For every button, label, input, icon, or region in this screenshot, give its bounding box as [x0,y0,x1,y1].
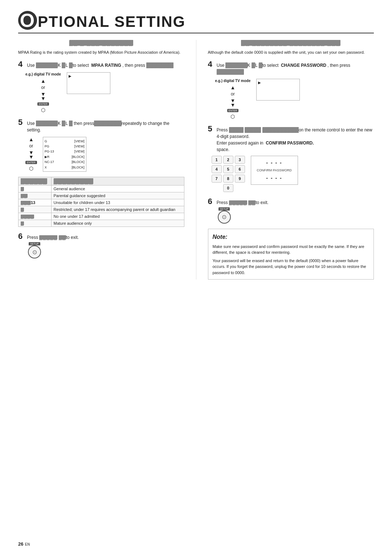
right-step4-diagram: e.g.) digital TV mode ▲ or ▼ ▼ ENTER ⬡ ▶ [215,79,374,119]
table-row: ▓ Restricted; under 17 requires accompan… [19,206,184,213]
screen-right4: ▶ [256,79,300,101]
step5-right-num: 5 [208,125,212,133]
table-header-description: ▓▓▓▓▓▓▓▓▓ [51,177,184,186]
step6-left-text: Press ▓▓▓▓▓ ▓▓to exit. [27,235,79,240]
step4-left-text: Use ▓▓▓▓▓▓K ▓L ▓to select MPAA RATING , … [27,62,173,69]
desc-pg: Parental guidance suggested [51,192,184,199]
setup-circle-left: ⊙ [28,245,41,258]
enter-circle-left4: ⬡ [41,107,45,113]
key-5: 5 [223,165,233,173]
arrow-down2-right4: ▼ [230,102,235,107]
left-section-header: ▓▓ ▓ ▓▓▓ ▓▓▓▓▓▓▓ [18,40,184,46]
left-column: ▓▓ ▓ ▓▓▓ ▓▓▓▓▓▓▓ MPAA Rating is the rati… [18,40,184,280]
confirm-password-label: CONFIRM PASSWORD [257,168,291,172]
table-row: ▓ Mature audience only [19,220,184,227]
left-nav-arrows: e.g.) digital TV mode ▲ or ▼ ▼ ENTER ⬡ [25,72,61,113]
desc-x: Mature audience only [51,220,184,227]
left-step6: 6 Press ▓▓▓▓▓ ▓▓to exit. SETUP ⊙ [18,232,184,258]
left-intro: MPAA Rating is the rating system created… [18,49,184,56]
table-row: ▓▓ Parental guidance suggested [19,192,184,199]
right-section-header: ▓▓ ▓▓▓▓▓▓▓▓ ▓▓▓▓▓▓▓▓ ▓▓▓ [208,40,374,46]
desc-nc17: No one under 17 admitted [51,213,184,220]
or-left4: or [41,85,45,90]
step4-right-text: Use ▓▓▓▓▓▓K ▓L ▓to select CHANGE PASSWOR… [217,62,374,75]
key-4: 4 [212,165,222,173]
table-header-rating: ▓▓▓▓▓▓ [19,177,52,186]
confirm-display: - - - - CONFIRM PASSWORD - - - - [251,156,298,185]
step5-left-text: Use ▓▓▓▓▓▓K ▓L ▓ then press▓▓▓ ▓▓▓▓repea… [27,120,184,133]
desc-g: General audience [51,186,184,192]
key-7: 7 [212,175,222,183]
key-9: 9 [235,175,245,183]
step4-left-num: 4 [18,60,23,69]
note-line-1: Make sure new password and confirm passw… [213,244,369,256]
arrow-up-right4: ▲ [230,85,235,90]
enter-circle-left5: ⬡ [29,166,33,171]
diagram-label-right4: e.g.) digital TV mode [215,79,251,83]
password-dashes-top: - - - - [266,160,282,166]
rating-nc17: ▓▓▓▓ [19,213,52,220]
right-nav-arrows4: e.g.) digital TV mode ▲ or ▼ ▼ ENTER ⬡ [215,79,251,119]
table-row: ▓▓▓13 Unsuitable for children under 13 [19,199,184,206]
left-nav-arrows5: ▲ or ▼ ▼ ENTER ⬡ [25,137,37,171]
key-1: 1 [212,156,222,164]
step6-right-num: 6 [208,197,212,206]
desc-r: Restricted; under 17 requires accompanyi… [51,206,184,213]
screen-left4: ▶ [67,72,110,94]
enter-btn-left4: ENTER [37,102,49,106]
left-step4: 4 Use ▓▓▓▓▓▓K ▓L ▓to select MPAA RATING … [18,60,184,113]
rating-r: ▓ [19,206,52,213]
right-step4: 4 Use ▓▓▓▓▓▓K ▓L ▓to select CHANGE PASSW… [208,60,374,119]
or-right4: or [231,91,235,97]
diagram-label-left4: e.g.) digital TV mode [25,72,61,76]
title-text: PTIONAL SETTING [38,13,185,30]
key-6: 6 [235,165,245,173]
table-row: ▓▓▓▓ No one under 17 admitted [19,213,184,220]
step5-left-num: 5 [18,118,23,127]
rating-g: ▓ [19,186,52,192]
page-number: 26EN [18,541,30,547]
right-step6: 6 Press ▓▓▓▓▓ ▓▓to exit. SETUP ⊙ [208,197,374,224]
note-line-2: Your password will be erased and return … [213,258,369,276]
note-box: Note: Make sure new password and confirm… [208,229,374,280]
step4-right-num: 4 [208,60,212,69]
column-divider [196,40,196,280]
desc-pg13: Unsuitable for children under 13 [51,199,184,206]
rating-pg13: ▓▓▓13 [19,199,52,206]
left-step5: 5 Use ▓▓▓▓▓▓K ▓L ▓ then press▓▓▓ ▓▓▓▓rep… [18,118,184,172]
arrow-up-left4: ▲ [41,78,46,83]
rating-pg: ▓▓ [19,192,52,199]
setup-button-right: SETUP ⊙ [215,207,233,224]
key-0: 0 [223,184,233,192]
arrow-down2-left5: ▼ [29,154,34,159]
right-step5: 5 Press ▓▓▓▓ ▓ ▓▓▓ ▓▓▓▓▓▓▓▓▓▓on the remo… [208,125,374,192]
ratings-screen: G[VIEW] PG[VIEW] PG-13[VIEW] ▶R[BLOCK] N… [45,139,85,170]
numpad: 1 2 3 4 5 6 7 8 9 0 [212,156,245,192]
left-step4-diagram: e.g.) digital TV mode ▲ or ▼ ▼ ENTER ⬡ ▶ [25,72,184,113]
key-8: 8 [223,175,233,183]
step6-left-num: 6 [18,232,23,241]
page-title: OPTIONAL SETTING [18,11,374,33]
key-3: 3 [235,156,245,164]
setup-button-left: SETUP ⊙ [25,242,44,258]
key-2: 2 [223,156,233,164]
numpad-area: 1 2 3 4 5 6 7 8 9 0 - - - - CONFIRM PASS… [212,156,374,192]
right-intro: Although the default code 0000 is suppli… [208,49,374,56]
table-row: ▓ General audience [19,186,184,192]
setup-label-left: SETUP [29,242,40,245]
arrow-down2-left4: ▼ [41,96,46,101]
note-title: Note: [213,233,369,241]
enter-btn-left5: ENTER [25,161,37,164]
screen-left5: G[VIEW] PG[VIEW] PG-13[VIEW] ▶R[BLOCK] N… [43,137,86,172]
step5-right-text: Press ▓▓▓▓ ▓ ▓▓▓ ▓▓▓▓▓▓▓▓▓▓on the remote… [217,127,374,153]
arrow-up-left5: ▲ [29,137,34,142]
enter-circle-right4: ⬡ [230,114,235,119]
or-left5: or [29,143,33,148]
enter-btn-right4: ENTER [227,109,239,112]
setup-label-right: SETUP [219,207,230,211]
step6-right-text: Press ▓▓▓▓▓ ▓▓to exit. [217,200,269,205]
password-dashes-bottom: - - - - [266,175,282,181]
left-step5-diagram: ▲ or ▼ ▼ ENTER ⬡ G[VIEW] PG[VIEW] PG-13[… [25,137,184,172]
rating-x: ▓ [19,220,52,227]
setup-circle-right: ⊙ [218,211,231,224]
